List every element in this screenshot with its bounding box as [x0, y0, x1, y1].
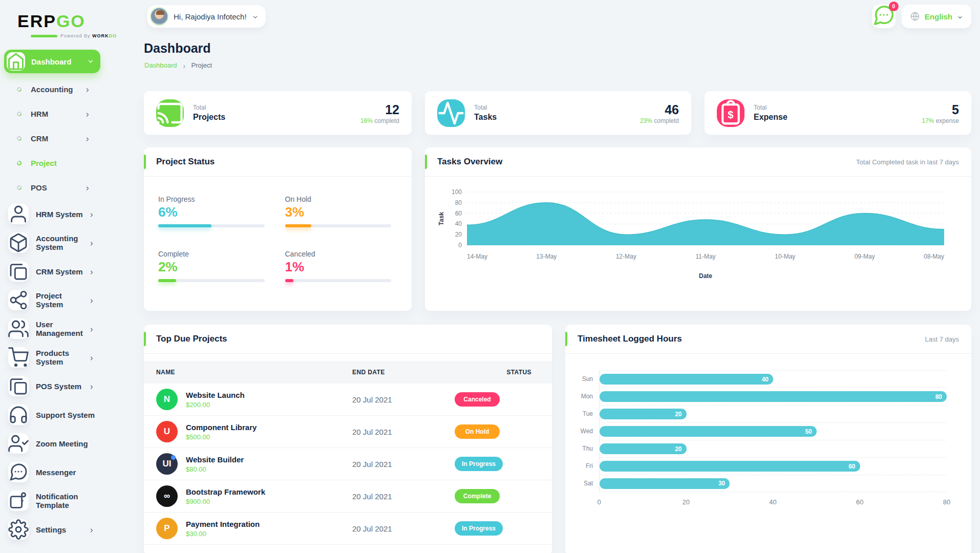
- status-label: Canceled: [285, 250, 392, 258]
- stat-prefix: Total: [193, 104, 360, 111]
- project-name-link[interactable]: Payment Integration: [186, 520, 260, 528]
- project-name-link[interactable]: Website Builder: [186, 455, 244, 464]
- bar[interactable]: 50: [600, 426, 817, 437]
- sidebar-item-label: HRM System: [36, 210, 89, 219]
- stat-prefix: Total: [754, 104, 922, 111]
- sidebar-item-crm-system[interactable]: CRM System: [0, 257, 110, 286]
- svg-text:Date: Date: [699, 272, 712, 280]
- status-item-complete: Complete 2%: [158, 250, 265, 282]
- bar[interactable]: 20: [600, 443, 687, 454]
- bar[interactable]: 30: [600, 478, 730, 489]
- chat-icon: [8, 462, 29, 482]
- sidebar-item-hrm[interactable]: HRM: [0, 101, 110, 126]
- svg-text:14-May: 14-May: [467, 253, 487, 260]
- sidebar-item-pos-system[interactable]: POS System: [0, 372, 110, 400]
- bar[interactable]: 60: [600, 461, 860, 472]
- table-row[interactable]: P Payment Integration $30.00 20 Jul 2021…: [144, 513, 552, 545]
- bar[interactable]: 40: [600, 374, 773, 385]
- stat-label: Tasks: [474, 113, 640, 122]
- sidebar-item-label: Notification Template: [36, 492, 110, 509]
- table-row[interactable]: UI Website Builder $80.00 20 Jul 2021 In…: [144, 448, 552, 480]
- project-avatar: U: [156, 421, 178, 442]
- user-icon: [8, 204, 29, 224]
- home-icon: [7, 52, 25, 71]
- sidebar-item-settings[interactable]: Settings: [0, 515, 110, 544]
- sidebar-item-products-system[interactable]: Products System: [0, 343, 110, 372]
- sidebar-item-messenger[interactable]: Messenger: [0, 458, 110, 486]
- sidebar-item-crm[interactable]: CRM: [0, 126, 110, 151]
- project-amount: $80.00: [186, 465, 244, 473]
- sidebar-item-label: POS System: [36, 382, 89, 391]
- stat-cards: Total Projects 12 16% completd Total Tas…: [144, 91, 971, 135]
- svg-text:100: 100: [452, 188, 462, 196]
- stat-subtext: 16% completd: [360, 117, 399, 124]
- project-name-link[interactable]: Bootstrap Framework: [186, 487, 265, 496]
- status-item-on-hold: On Hold 3%: [285, 195, 392, 227]
- progress-bar: [158, 224, 265, 227]
- project-name-link[interactable]: Component Library: [186, 423, 257, 432]
- sidebar-item-pos[interactable]: POS: [0, 175, 110, 200]
- sidebar-item-label: HRM: [31, 110, 84, 118]
- table-row[interactable]: ∞ Bootstrap Framework $900.00 20 Jul 202…: [144, 480, 552, 513]
- stat-value: 46: [640, 102, 679, 117]
- app-logo[interactable]: ERPGO Powered By WORKDO: [0, 7, 118, 38]
- status-label: On Hold: [285, 195, 392, 203]
- stat-value: 12: [360, 102, 399, 117]
- card-title: Project Status: [156, 157, 215, 167]
- sidebar-item-label: Zoom Meeting: [36, 439, 110, 448]
- module-menu: HRM System Accounting System CRM System …: [0, 200, 110, 544]
- sidebar-item-accounting-system[interactable]: Accounting System: [0, 228, 110, 257]
- svg-text:60: 60: [455, 210, 462, 217]
- clipboard-dollar-icon: $: [717, 99, 744, 127]
- sidebar-item-label: Dashboard: [31, 57, 81, 66]
- bar[interactable]: 80: [600, 391, 947, 402]
- bullet-icon: [16, 135, 23, 142]
- card-title: Top Due Projects: [156, 334, 227, 344]
- bar[interactable]: 20: [600, 409, 687, 419]
- sidebar-item-user-management[interactable]: User Management: [0, 314, 110, 343]
- bullet-icon: [16, 160, 23, 166]
- status-label: Complete: [158, 250, 265, 258]
- sidebar-item-project[interactable]: Project: [0, 151, 110, 175]
- x-axis: 020406080: [599, 495, 947, 511]
- sidebar-item-zoom-meeting[interactable]: Zoom Meeting: [0, 429, 110, 458]
- table-row[interactable]: N Website Launch $200.00 20 Jul 2021 Can…: [144, 384, 552, 416]
- breadcrumb-dashboard-link[interactable]: Dashboard: [144, 61, 177, 69]
- sidebar: ERPGO Powered By WORKDO Dashboard Accoun…: [0, 0, 118, 553]
- project-name-link[interactable]: Website Launch: [186, 391, 245, 399]
- sidebar-item-label: POS: [31, 183, 84, 192]
- chevron-right-icon: [89, 383, 95, 389]
- sidebar-item-notification-template[interactable]: Notification Template: [0, 486, 110, 515]
- svg-text:40: 40: [455, 220, 462, 227]
- project-status-grid: In Progress 6% On Hold 3% Complete 2% Ca…: [144, 177, 412, 282]
- top-due-projects-card: Top Due Projects NAME END DATE STATUS N …: [144, 325, 552, 553]
- sidebar-item-support-system[interactable]: Support System: [0, 400, 110, 429]
- sidebar-item-label: User Management: [36, 320, 89, 337]
- svg-text:$: $: [728, 109, 733, 120]
- breadcrumb-current: Project: [191, 61, 212, 69]
- language-selector[interactable]: English: [902, 5, 971, 28]
- sidebar-item-label: Accounting System: [36, 234, 89, 251]
- status-percentage: 6%: [158, 204, 265, 220]
- sidebar-item-label: Project: [31, 159, 110, 167]
- x-axis-tick: 20: [683, 498, 690, 506]
- card-title: Tasks Overview: [437, 157, 502, 167]
- sidebar-item-label: Accounting: [31, 85, 84, 94]
- messages-button[interactable]: 0: [872, 5, 896, 28]
- cast-icon: [156, 99, 184, 127]
- logo-text: ERPGO: [17, 11, 118, 31]
- project-amount: $900.00: [186, 498, 265, 505]
- x-axis-tick: 40: [769, 498, 776, 506]
- table-row[interactable]: U Component Library $500.00 20 Jul 2021 …: [144, 416, 552, 448]
- stat-card-projects: Total Projects 12 16% completd: [144, 91, 412, 135]
- sidebar-item-accounting[interactable]: Accounting: [0, 77, 110, 101]
- user-menu-button[interactable]: Hi, Rajodiya Infotech!: [147, 5, 266, 28]
- activity-icon: [437, 99, 465, 127]
- sidebar-item-dashboard[interactable]: Dashboard: [4, 50, 100, 73]
- sidebar-item-hrm-system[interactable]: HRM System: [0, 200, 110, 228]
- sidebar-item-project-system[interactable]: Project System: [0, 286, 110, 314]
- page-title: Dashboard: [144, 41, 211, 56]
- sidebar-item-label: Messenger: [36, 468, 110, 477]
- stat-subtext: 17% expense: [922, 117, 959, 124]
- powered-by: Powered By WORKDO: [31, 33, 118, 38]
